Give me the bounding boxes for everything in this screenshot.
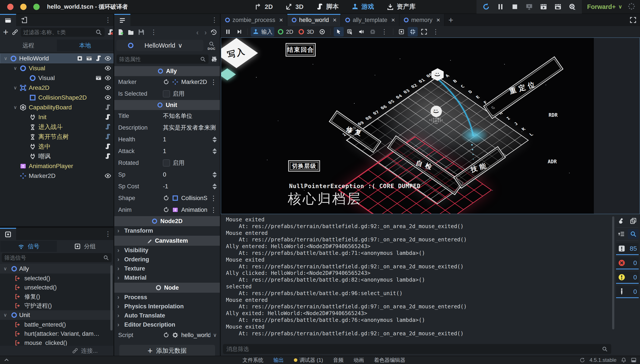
resource-menu-icon[interactable]: ⋮ [210, 206, 217, 214]
checkbox[interactable] [163, 160, 170, 166]
edited-node-selector[interactable]: HelloWorld ∨ [116, 40, 203, 51]
scene-node-row[interactable]: 嘲讽 [0, 151, 113, 161]
game-menu-icon[interactable]: ⋮ [379, 28, 390, 35]
expand-bottom-panel-button[interactable] [4, 357, 10, 363]
workspace-脚本[interactable]: 脚本 [316, 2, 339, 11]
expand-chevron-icon[interactable]: ∨ [1, 266, 9, 272]
stop-scene-button[interactable] [511, 3, 519, 11]
inspector-tools-icon[interactable] [211, 56, 218, 62]
close-tab-icon[interactable]: × [436, 16, 440, 24]
bottom-panel-toggle[interactable]: 文件系统 [242, 356, 263, 364]
signal-row[interactable]: 修复() [0, 292, 113, 301]
script-icon[interactable] [105, 104, 111, 111]
expand-chevron-icon[interactable]: ∨ [11, 104, 19, 110]
visibility-eye-icon[interactable] [105, 172, 111, 179]
embed-menu-icon[interactable]: ⋮ [430, 28, 441, 35]
dock-menu-icon[interactable]: ⋮ [103, 17, 113, 23]
close-tab-icon[interactable]: × [333, 16, 337, 24]
resource-link[interactable]: AnimationPl [181, 206, 208, 213]
property-filter-input[interactable] [119, 56, 198, 62]
history-back-button[interactable]: ‹ [196, 28, 199, 36]
bottom-panel-toggle[interactable]: 动画 [354, 356, 364, 364]
zoom-window-button[interactable] [33, 4, 40, 10]
select-list-button[interactable] [345, 27, 355, 36]
inspector-category[interactable]: Unit [114, 100, 220, 110]
pause-game-button[interactable] [223, 27, 233, 36]
inspector-group[interactable]: ›Process [114, 293, 220, 302]
scene-node-row[interactable]: 离开节点树 [0, 132, 113, 142]
load-resource-button[interactable] [127, 29, 134, 36]
history-forward-button[interactable]: › [204, 28, 207, 36]
inspector-group[interactable]: ›Ordering [114, 255, 220, 264]
node-dock-tab[interactable] [0, 228, 16, 240]
play-custom-scene-button[interactable] [554, 3, 562, 11]
tab-groups[interactable]: 分组 [57, 241, 113, 252]
keep-aspect-button[interactable] [396, 27, 406, 36]
expand-view-button[interactable] [419, 27, 429, 36]
scene-node-row[interactable]: ∨Visual [0, 63, 113, 73]
detach-script-button[interactable] [107, 29, 114, 36]
audio-mute-button[interactable] [356, 27, 366, 36]
property-text-field[interactable]: 不知名单位 [163, 112, 192, 120]
workspace-3D[interactable]: 3D [285, 3, 303, 10]
dock-menu-icon[interactable]: ⋮ [103, 231, 113, 237]
restart-scene-button[interactable] [482, 3, 490, 11]
connect-button[interactable]: 连接... [81, 347, 98, 355]
search-output-button[interactable] [628, 229, 639, 239]
camera-2d-button[interactable]: 2D [276, 27, 295, 36]
signal-class-row[interactable]: ∨Ally [0, 264, 113, 274]
script-icon[interactable] [105, 114, 111, 120]
scene-node-row[interactable]: ∨HelloWorld [0, 54, 113, 63]
signal-scrollbar[interactable] [110, 265, 113, 330]
resource-menu-icon[interactable]: ⋮ [148, 29, 159, 36]
scene-node-row[interactable]: AnimationPlayer [0, 161, 113, 171]
inspector-group[interactable]: ›Editor Description [114, 320, 220, 329]
signal-row[interactable]: 守护进程() [0, 301, 113, 310]
tab-signals[interactable]: 信号 [1, 241, 57, 252]
notifications-icon[interactable] [621, 357, 626, 363]
inspector-group[interactable]: ›Visibility [114, 246, 220, 255]
inspector-group[interactable]: ›Material [114, 273, 220, 282]
close-tab-icon[interactable]: × [391, 16, 395, 24]
resource-link[interactable]: CollisionSha [181, 195, 208, 202]
open-docs-button[interactable]: DOC [205, 41, 218, 50]
clear-output-button[interactable] [616, 216, 627, 226]
workspace-资产库[interactable]: 资产库 [387, 2, 416, 11]
signal-filter-input[interactable] [4, 255, 101, 261]
inspector-group[interactable]: ›Transform [114, 226, 220, 235]
scene-node-row[interactable]: CollisionShape2D [0, 93, 113, 102]
inspector-group[interactable]: ›Texture [114, 264, 220, 273]
scene-tab[interactable]: ally_template× [341, 14, 400, 26]
script-icon[interactable] [105, 153, 111, 160]
inspector-category[interactable]: Ally [114, 66, 220, 76]
property-number-field[interactable]: 1 [163, 136, 166, 143]
collapse-output-button[interactable] [616, 229, 627, 239]
add-scene-tab-button[interactable]: + [445, 14, 457, 26]
renderer-select[interactable]: Forward+∨ [587, 3, 622, 10]
property-number-field[interactable]: 0 [163, 171, 166, 178]
movie-maker-button[interactable] [568, 3, 576, 11]
inspector-group[interactable]: ›Physics Interpolation [114, 302, 220, 311]
inspector-dock-tab[interactable] [114, 14, 130, 26]
number-spinner[interactable] [212, 136, 217, 142]
scene-node-row[interactable]: ∨Area2D [0, 83, 113, 93]
message-count-toggle[interactable]: 85 [616, 243, 639, 255]
new-resource-button[interactable] [117, 29, 124, 36]
script-icon[interactable] [105, 143, 111, 150]
scene-node-row[interactable]: Init [0, 112, 113, 122]
scene-tab[interactable]: zombie_process× [221, 14, 287, 26]
end-turn-button[interactable]: 结束回合 [286, 43, 316, 56]
pause-scene-button[interactable] [497, 3, 504, 11]
visibility-eye-icon[interactable] [105, 55, 111, 62]
signal-row[interactable]: mouse_clicked() [0, 338, 113, 346]
scene-tab[interactable]: hello_world× [287, 14, 341, 26]
add-metadata-button[interactable]: +添加元数据 [119, 345, 215, 356]
inspector-category[interactable]: Node2D [114, 216, 220, 226]
signal-row[interactable]: selected() [0, 274, 113, 283]
visibility-eye-icon[interactable] [105, 84, 111, 91]
workspace-2D[interactable]: 2D [255, 3, 273, 10]
toggle-panel-icon[interactable] [631, 357, 636, 363]
scene-node-row[interactable]: 选中 [0, 142, 113, 151]
bottom-panel-toggle[interactable]: 输出 [273, 356, 284, 364]
expand-chevron-icon[interactable]: ∨ [11, 66, 19, 71]
